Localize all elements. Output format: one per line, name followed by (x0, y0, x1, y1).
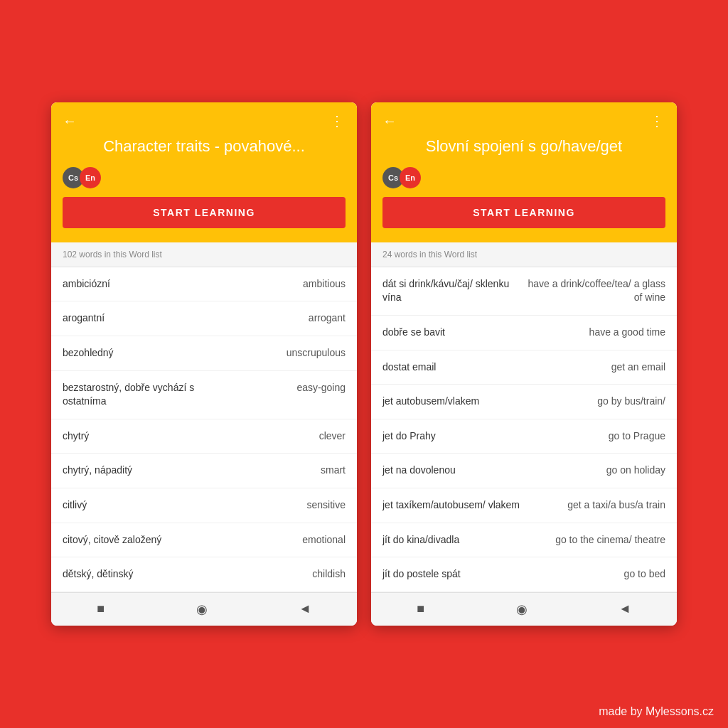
nav-square-icon-1[interactable]: ■ (97, 601, 105, 616)
start-learning-button-2[interactable]: START LEARNING (382, 197, 665, 228)
table-row: bezohlednýunscrupulous (51, 336, 357, 371)
table-row: dětský, dětinskýchildish (51, 557, 357, 592)
word-left: jet autobusem/vlakem (382, 395, 528, 409)
word-right: arrogant (208, 311, 346, 326)
table-row: dát si drink/kávu/čaj/ sklenku vínahave … (371, 267, 677, 316)
phone-2-title: Slovní spojení s go/have/get (382, 136, 665, 157)
table-row: jít do kina/divadlago to the cinema/ the… (371, 523, 677, 558)
word-left: chytrý (63, 429, 208, 444)
table-row: dobře se bavithave a good time (371, 316, 677, 350)
table-row: chytrý, nápaditýsmart (51, 454, 357, 488)
word-left: dětský, dětinský (63, 567, 208, 582)
phone-2: ← ⋮ Slovní spojení s go/have/get Cs En S… (371, 102, 677, 626)
word-left: bezstarostný, dobře vychází s ostatníma (63, 381, 208, 409)
badge-en-2: En (400, 167, 421, 188)
phone-1-title: Character traits - povahové... (63, 136, 346, 157)
start-learning-button-1[interactable]: START LEARNING (63, 197, 346, 228)
phone-1: ← ⋮ Character traits - povahové... Cs En… (51, 102, 357, 626)
word-right: go to bed (528, 567, 665, 582)
table-row: jet do Prahygo to Prague (371, 419, 677, 454)
word-right: have a good time (528, 326, 665, 340)
table-row: ambiciózníambitious (51, 267, 357, 302)
word-left: dobře se bavit (382, 326, 528, 340)
word-left: jet taxíkem/autobusem/ vlakem (382, 498, 528, 513)
phone-1-header: ← ⋮ Character traits - povahové... Cs En… (51, 102, 357, 242)
word-right: have a drink/coffee/tea/ a glass of wine (528, 277, 665, 305)
lang-badges-2: Cs En (382, 167, 665, 188)
word-right: sensitive (208, 498, 346, 513)
word-right: clever (208, 429, 346, 444)
word-right: smart (208, 464, 346, 478)
more-icon-2[interactable]: ⋮ (650, 112, 665, 129)
word-right: go to the cinema/ theatre (528, 533, 665, 547)
phones-container: ← ⋮ Character traits - povahové... Cs En… (37, 88, 691, 640)
word-list-1: ambiciózníambitiousarogantníarrogantbezo… (51, 267, 357, 592)
word-right: emotional (208, 533, 346, 547)
word-left: jít do kina/divadla (382, 533, 528, 547)
table-row: citový, citově založenýemotional (51, 523, 357, 558)
word-right: go by bus/train/ (528, 395, 665, 409)
nav-square-icon-2[interactable]: ■ (417, 601, 424, 616)
table-row: jet autobusem/vlakemgo by bus/train/ (371, 385, 677, 419)
table-row: jít do postele spátgo to bed (371, 557, 677, 592)
word-left: jet do Prahy (382, 429, 528, 444)
word-right: childish (208, 567, 346, 582)
word-right: ambitious (208, 277, 346, 291)
word-right: easy-going (208, 381, 346, 395)
word-left: citlivý (63, 498, 208, 513)
table-row: chytrýclever (51, 419, 357, 454)
word-right: get a taxi/a bus/a train (528, 498, 665, 513)
back-arrow-icon[interactable]: ← (63, 113, 77, 129)
watermark: made by Mylessons.cz (599, 705, 714, 718)
nav-back-icon-1[interactable]: ◄ (299, 601, 311, 616)
word-left: dát si drink/kávu/čaj/ sklenku vína (382, 277, 528, 305)
word-left: bezohledný (63, 346, 208, 360)
word-right: go on holiday (528, 464, 665, 478)
nav-circle-icon-2[interactable]: ◉ (516, 601, 528, 617)
word-left: arogantní (63, 311, 208, 326)
phone-2-header: ← ⋮ Slovní spojení s go/have/get Cs En S… (371, 102, 677, 242)
table-row: bezstarostný, dobře vychází s ostatnímae… (51, 371, 357, 419)
word-left: dostat email (382, 360, 528, 375)
word-left: citový, citově založený (63, 533, 208, 547)
word-count-2: 24 words in this Word list (371, 242, 677, 267)
nav-bar-2: ■ ◉ ◄ (371, 592, 677, 626)
table-row: jet na dovolenougo on holiday (371, 454, 677, 488)
word-right: go to Prague (528, 429, 665, 444)
table-row: citlivýsensitive (51, 488, 357, 523)
more-icon[interactable]: ⋮ (330, 112, 346, 129)
word-right: unscrupulous (208, 346, 346, 360)
table-row: arogantníarrogant (51, 301, 357, 336)
word-left: chytrý, nápaditý (63, 464, 208, 478)
nav-back-icon-2[interactable]: ◄ (619, 601, 631, 616)
lang-badges-1: Cs En (63, 167, 346, 188)
phone-1-top-bar: ← ⋮ (63, 112, 346, 129)
phone-2-top-bar: ← ⋮ (382, 112, 665, 129)
word-left: jet na dovolenou (382, 464, 528, 478)
table-row: dostat emailget an email (371, 350, 677, 385)
word-right: get an email (528, 360, 665, 375)
nav-circle-icon-1[interactable]: ◉ (196, 601, 208, 617)
word-list-2: dát si drink/kávu/čaj/ sklenku vínahave … (371, 267, 677, 592)
badge-en-1: En (80, 167, 101, 188)
nav-bar-1: ■ ◉ ◄ (51, 592, 357, 626)
back-arrow-icon-2[interactable]: ← (382, 113, 397, 129)
word-left: ambiciózní (63, 277, 208, 291)
table-row: jet taxíkem/autobusem/ vlakemget a taxi/… (371, 488, 677, 523)
word-left: jít do postele spát (382, 567, 528, 582)
word-count-1: 102 words in this Word list (51, 242, 357, 267)
